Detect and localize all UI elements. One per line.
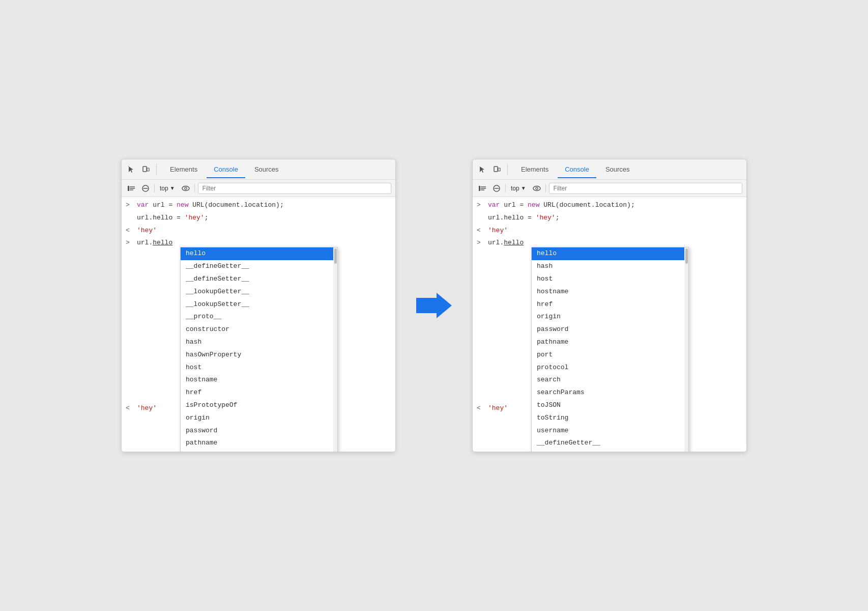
autocomplete-item-r-search[interactable]: search <box>532 374 688 386</box>
tab-elements-left[interactable]: Elements <box>163 161 205 178</box>
autocomplete-item-r-username[interactable]: username <box>532 425 688 437</box>
arrow-between <box>416 290 452 321</box>
context-select-left[interactable]: top ▼ <box>158 184 177 193</box>
code-2: url.hello = 'hey'; <box>137 213 391 224</box>
toolbar-divider-right2 <box>545 184 546 192</box>
autocomplete-item-r-host[interactable]: host <box>532 273 688 286</box>
svg-rect-12 <box>494 166 498 172</box>
toolbar-divider-left <box>154 184 155 192</box>
autocomplete-text: hello <box>153 239 172 246</box>
scrollbar-left[interactable] <box>333 247 337 452</box>
autocomplete-item-r-port[interactable]: port <box>532 349 688 362</box>
eye-icon-right[interactable] <box>531 183 542 194</box>
autocomplete-item-5[interactable]: __proto__ <box>181 311 337 323</box>
tab-sources-right[interactable]: Sources <box>598 161 637 178</box>
autocomplete-item-r-searchParams[interactable]: searchParams <box>532 386 688 399</box>
prompt-r4: > <box>477 238 485 248</box>
devtools-panel-left: Elements Console Sources <box>121 159 396 452</box>
autocomplete-item-r-hash[interactable]: hash <box>532 260 688 273</box>
autocomplete-item-r-protocol[interactable]: protocol <box>532 362 688 374</box>
autocomplete-item-2[interactable]: __defineSetter__ <box>181 273 337 286</box>
tab-console-left[interactable]: Console <box>207 161 245 178</box>
code-3: 'hey' <box>137 226 391 236</box>
toolbar-divider-left2 <box>194 184 195 192</box>
toolbar-divider-right <box>505 184 506 192</box>
autocomplete-item-r-pathname[interactable]: pathname <box>532 336 688 349</box>
svg-rect-1 <box>143 166 147 172</box>
toolbar-right: top ▼ <box>473 180 746 197</box>
clear-console-icon[interactable] <box>126 183 137 194</box>
autocomplete-item-r-href[interactable]: href <box>532 298 688 311</box>
console-content-left: > var url = new URL(document.location); … <box>122 197 395 452</box>
str-hey-3: 'hey' <box>137 404 157 412</box>
filter-input-right[interactable] <box>549 183 742 194</box>
tab-bar-left: Elements Console Sources <box>122 159 395 180</box>
autocomplete-item-11[interactable]: href <box>181 386 337 399</box>
code-r3: 'hey' <box>488 226 742 236</box>
autocomplete-item-7[interactable]: hash <box>181 336 337 349</box>
tab-console-right[interactable]: Console <box>558 161 596 178</box>
kw-var-1: var <box>137 201 153 209</box>
autocomplete-item-15[interactable]: pathname <box>181 437 337 450</box>
tab-bar-icons-right <box>477 164 508 175</box>
no-entry-icon[interactable] <box>140 183 151 194</box>
autocomplete-item-r-toJSON[interactable]: toJSON <box>532 399 688 412</box>
svg-point-20 <box>533 186 540 190</box>
autocomplete-item-r-dg[interactable]: __defineGetter__ <box>532 437 688 450</box>
clear-console-icon-right[interactable] <box>477 183 488 194</box>
autocomplete-item-3[interactable]: __lookupGetter__ <box>181 286 337 298</box>
prompt-r1: > <box>477 200 485 211</box>
device-icon-right[interactable] <box>491 164 502 175</box>
autocomplete-dropdown-right[interactable]: hello hash host hostname href origin pas… <box>531 247 689 452</box>
cursor-icon[interactable] <box>126 164 137 175</box>
scrollbar-right[interactable] <box>684 247 688 452</box>
autocomplete-item-r-hello[interactable]: hello <box>532 247 688 260</box>
autocomplete-item-r-password[interactable]: password <box>532 323 688 336</box>
svg-rect-13 <box>498 168 500 171</box>
autocomplete-item-1[interactable]: __defineGetter__ <box>181 260 337 273</box>
autocomplete-item-r-hostname[interactable]: hostname <box>532 286 688 298</box>
console-line-r2: > url.hello = 'hey'; <box>473 212 746 225</box>
scrollbar-thumb-right <box>685 248 688 264</box>
autocomplete-item-r-toString[interactable]: toString <box>532 412 688 425</box>
str-hey-1: 'hey' <box>185 214 205 221</box>
autocomplete-item-r-origin[interactable]: origin <box>532 311 688 323</box>
tab-elements-right[interactable]: Elements <box>514 161 556 178</box>
autocomplete-item-12[interactable]: isPrototypeOf <box>181 399 337 412</box>
console-line-4: > url.hello hello __defineGetter__ __def… <box>122 237 395 249</box>
autocomplete-dropdown-left[interactable]: hello __defineGetter__ __defineSetter__ … <box>180 247 338 452</box>
autocomplete-text-right: hello <box>504 239 524 246</box>
autocomplete-item-r-ds[interactable]: __defineSetter__ <box>532 450 688 452</box>
filter-input-left[interactable] <box>198 183 391 194</box>
code-1: var url = new URL(document.location); <box>137 200 391 211</box>
autocomplete-item-13[interactable]: origin <box>181 412 337 425</box>
no-entry-icon-right[interactable] <box>491 183 502 194</box>
tab-sources-left[interactable]: Sources <box>247 161 286 178</box>
context-label-right: top <box>511 185 519 192</box>
tab-bar-right: Elements Console Sources <box>473 159 746 180</box>
context-select-right[interactable]: top ▼ <box>509 184 528 193</box>
svg-rect-3 <box>128 186 129 191</box>
cursor-icon-right[interactable] <box>477 164 488 175</box>
autocomplete-item-10[interactable]: hostname <box>181 374 337 386</box>
svg-rect-2 <box>147 168 149 171</box>
svg-marker-11 <box>416 293 452 318</box>
device-icon[interactable] <box>140 164 151 175</box>
svg-point-9 <box>182 186 189 190</box>
prompt-4: > <box>126 238 134 248</box>
autocomplete-item-14[interactable]: password <box>181 425 337 437</box>
chevron-down-icon-right: ▼ <box>521 185 526 191</box>
scrollbar-thumb-left <box>334 248 337 264</box>
arrow-icon <box>416 290 452 321</box>
autocomplete-item-16[interactable]: port <box>181 450 337 452</box>
chevron-down-icon: ▼ <box>170 185 175 191</box>
eye-icon[interactable] <box>180 183 191 194</box>
autocomplete-item-9[interactable]: host <box>181 362 337 374</box>
autocomplete-item-6[interactable]: constructor <box>181 323 337 336</box>
autocomplete-item-hello[interactable]: hello <box>181 247 337 260</box>
svg-point-10 <box>184 187 186 189</box>
autocomplete-item-8[interactable]: hasOwnProperty <box>181 349 337 362</box>
prompt-1: > <box>126 200 134 211</box>
prompt-5: < <box>126 403 134 414</box>
autocomplete-item-4[interactable]: __lookupSetter__ <box>181 298 337 311</box>
